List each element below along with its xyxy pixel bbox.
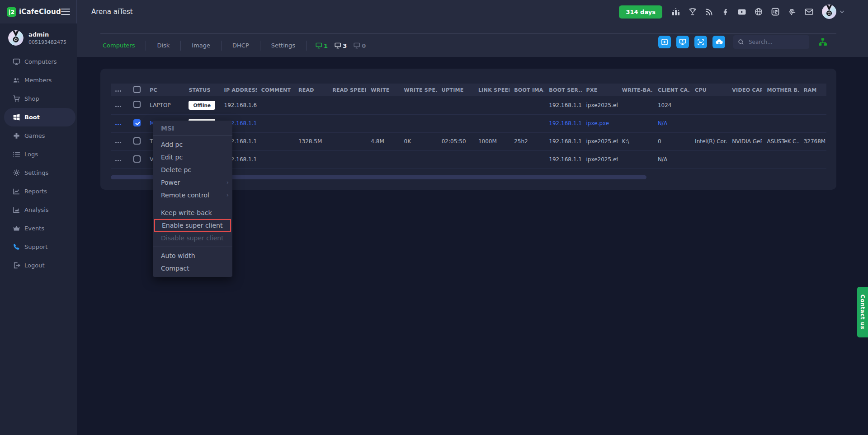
sidebar-item-logout[interactable]: Logout — [0, 256, 77, 275]
col-ram[interactable]: RAM — [799, 84, 826, 96]
cell-uptime — [437, 150, 474, 168]
tab-dhcp[interactable]: DHCP — [222, 41, 260, 51]
sidebar-item-logs[interactable]: Logs — [0, 145, 77, 164]
col-read[interactable]: READ — [294, 84, 328, 96]
icafecloud-mark-icon[interactable] — [771, 7, 780, 16]
youtube-icon[interactable] — [737, 7, 746, 16]
col-write-back[interactable]: WRITE-BA... — [618, 84, 653, 96]
cell-read-speed — [328, 132, 366, 150]
sidebar-item-members[interactable]: Members — [0, 71, 77, 89]
header-menu-icon[interactable] — [115, 90, 117, 92]
menu-item-compact[interactable]: Compact — [153, 262, 232, 275]
col-client-cache[interactable]: CLIENT CA... — [653, 84, 690, 96]
col-ip[interactable]: IP ADDRESS — [220, 84, 257, 96]
cell-write-speed: 0K — [400, 132, 437, 150]
sidebar-item-settings[interactable]: Settings — [0, 164, 77, 182]
user-avatar[interactable] — [822, 5, 836, 19]
col-uptime[interactable]: UPTIME — [437, 84, 474, 96]
col-read-speed[interactable]: READ SPEED — [328, 84, 366, 96]
cell-comment — [257, 150, 294, 168]
rss-icon[interactable] — [705, 7, 714, 16]
trophy-icon[interactable] — [688, 7, 697, 16]
cloud-upload-button[interactable] — [712, 36, 725, 48]
col-pc[interactable]: PC — [145, 84, 184, 96]
col-video-card[interactable]: VIDEO CARD — [727, 84, 762, 96]
sidebar-item-events[interactable]: Events — [0, 219, 77, 238]
contact-us-button[interactable]: Contact us — [857, 287, 868, 337]
row-checkbox[interactable] — [133, 101, 141, 108]
tab-image[interactable]: Image — [181, 41, 222, 51]
sidebar-user[interactable]: admin 005193482475 — [0, 23, 77, 51]
sidebar-item-shop[interactable]: Shop — [0, 89, 77, 108]
col-write[interactable]: WRITE — [366, 84, 399, 96]
menu-item-edit-pc[interactable]: Edit pc — [153, 151, 232, 164]
row-checkbox[interactable] — [133, 137, 141, 145]
sidebar-item-games[interactable]: Games — [0, 126, 77, 145]
menu-item-remote-control[interactable]: Remote control — [153, 189, 232, 201]
brand-name: iCafeCloud — [19, 8, 61, 16]
sitemap-icon[interactable] — [818, 38, 827, 46]
list-icon — [12, 150, 20, 158]
menu-item-delete-pc[interactable]: Delete pc — [153, 164, 232, 176]
cell-read: 1328.5M — [294, 132, 328, 150]
globe-icon[interactable] — [754, 7, 763, 16]
add-button[interactable] — [658, 36, 671, 48]
row-checkbox-checked[interactable] — [133, 119, 141, 126]
col-boot-server[interactable]: BOOT SER... — [544, 84, 581, 96]
select-all-checkbox[interactable] — [133, 86, 141, 93]
capture-button[interactable] — [694, 36, 707, 48]
menu-item-enable-super-client[interactable]: Enable super client — [154, 219, 231, 232]
row-menu-icon[interactable] — [115, 106, 117, 107]
row-checkbox[interactable] — [133, 155, 141, 163]
layers-icon[interactable] — [788, 7, 797, 16]
cell-write-back — [618, 96, 653, 114]
col-mother-board[interactable]: MOTHER B... — [762, 84, 799, 96]
cell-cpu — [690, 114, 727, 132]
row-menu-icon[interactable] — [115, 142, 117, 143]
offline-count: 0 — [354, 42, 366, 49]
search-input[interactable] — [749, 39, 798, 45]
tab-settings[interactable]: Settings — [260, 41, 307, 51]
col-cpu[interactable]: CPU — [690, 84, 727, 96]
add-computer-button[interactable] — [676, 36, 689, 48]
tab-disk[interactable]: Disk — [146, 41, 181, 51]
computer-state-counts: 1 3 0 — [316, 42, 366, 49]
cell-boot-server: 192.168.1.150 — [544, 96, 581, 114]
col-comment[interactable]: COMMENT — [257, 84, 294, 96]
menu-item-power[interactable]: Power — [153, 176, 232, 189]
cell-cpu — [690, 96, 727, 114]
cell-pc[interactable]: LAPTOP — [145, 96, 184, 114]
cell-client-cache: N/A — [653, 114, 690, 132]
menu-item-keep-write-back[interactable]: Keep write-back — [153, 206, 232, 219]
row-menu-icon[interactable] — [115, 160, 117, 161]
tab-computers[interactable]: Computers — [92, 41, 146, 51]
col-pxe[interactable]: PXE — [582, 84, 618, 96]
ranking-icon[interactable] — [671, 7, 680, 16]
mail-icon[interactable] — [804, 7, 814, 16]
facebook-icon[interactable] — [722, 7, 730, 16]
col-write-speed[interactable]: WRITE SPE... — [400, 84, 437, 96]
chevron-down-icon[interactable] — [840, 10, 844, 14]
cell-write — [366, 150, 399, 168]
col-link-speed[interactable]: LINK SPEED — [474, 84, 509, 96]
sidebar-item-reports[interactable]: Reports — [0, 182, 77, 201]
phone-icon — [12, 243, 20, 251]
crown-icon — [12, 225, 20, 232]
brand-zone: |2 iCafeCloud — [0, 0, 77, 23]
cell-ram — [799, 150, 826, 168]
sidebar-item-support[interactable]: Support — [0, 238, 77, 256]
table-row: LAPTOP Offline 192.168.1.65 192.168.1.15… — [111, 96, 826, 114]
sidebar-item-computers[interactable]: Computers — [0, 52, 77, 71]
sidebar-item-boot[interactable]: Boot — [4, 108, 75, 126]
menu-item-auto-width[interactable]: Auto width — [153, 249, 232, 262]
col-status[interactable]: STATUS — [184, 84, 219, 96]
menu-toggle-icon[interactable] — [61, 7, 70, 17]
row-menu-icon[interactable] — [115, 124, 117, 125]
sidebar-item-analysis[interactable]: Analysis — [0, 201, 77, 219]
online-count: 1 — [316, 42, 328, 49]
menu-item-add-pc[interactable]: Add pc — [153, 138, 232, 151]
col-boot-image[interactable]: BOOT IMA... — [509, 84, 544, 96]
license-days-badge[interactable]: 314 days — [619, 5, 662, 19]
cell-comment — [257, 114, 294, 132]
cell-link-speed — [474, 150, 509, 168]
